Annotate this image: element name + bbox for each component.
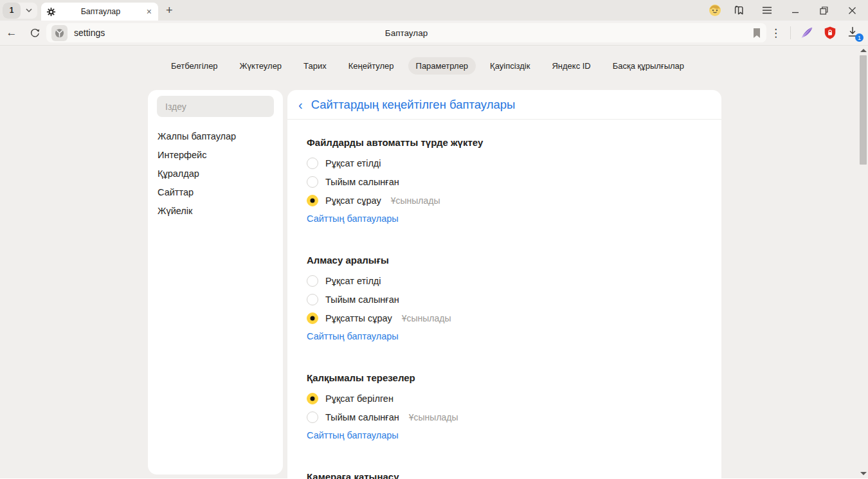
tab-title: Баптаулар — [56, 7, 145, 16]
page-actions-kebab-button[interactable]: ⋮ — [770, 26, 781, 40]
titlebar: 1 Баптаула — [0, 0, 868, 21]
scroll-down-arrow-icon[interactable] — [860, 472, 867, 475]
chevron-down-icon — [26, 8, 32, 12]
radio-option[interactable]: Рұқсат сұрау Ұсынылады — [307, 191, 702, 210]
section-title: Қалқымалы терезелер — [307, 372, 702, 383]
radio-icon-selected[interactable] — [307, 393, 318, 404]
section-title: Камераға қатынасу — [307, 471, 702, 479]
url-field[interactable]: settings Баптаулар — [46, 23, 766, 42]
minimize-icon — [791, 6, 799, 14]
tab-list-chevron-button[interactable] — [21, 8, 37, 12]
window-restore-button[interactable] — [813, 1, 835, 19]
radio-option[interactable]: Тыйым салынған — [307, 172, 702, 191]
page-scrollbar[interactable] — [858, 46, 868, 478]
section-popups: Қалқымалы терезелер Рұқсат берілген Тыйы… — [307, 372, 702, 441]
browser-menu-button[interactable] — [756, 1, 778, 19]
bookmark-button[interactable] — [752, 28, 761, 39]
new-tab-button[interactable]: + — [166, 4, 173, 17]
site-settings-link[interactable]: Сайттың баптаулары — [307, 430, 399, 440]
radio-icon[interactable] — [307, 411, 318, 423]
radio-icon-selected[interactable] — [307, 195, 318, 206]
tab-other-devices[interactable]: Басқа құрылғылар — [605, 57, 692, 75]
radio-option[interactable]: Рұқсат етілді — [307, 271, 702, 290]
radio-option[interactable]: Рұқсат етілді — [307, 154, 702, 172]
url-text: settings — [74, 28, 105, 38]
back-chevron-icon[interactable]: ‹ — [298, 98, 303, 111]
search-input[interactable] — [157, 96, 274, 117]
close-icon — [848, 6, 856, 15]
tab-close-button[interactable]: × — [145, 6, 153, 17]
settings-sidebar: Жалпы баптаулар Интерфейс Құралдар Сайтт… — [148, 90, 283, 474]
radio-icon[interactable] — [307, 176, 318, 188]
settings-content: ‹ Сайттардың кеңейтілген баптаулары Файл… — [287, 90, 721, 479]
address-bar: ← settings Баптаулар ⋮ — [0, 21, 868, 46]
radio-label: Тыйым салынған — [325, 177, 399, 187]
radio-label: Тыйым салынған — [325, 412, 399, 422]
tab-settings[interactable]: Параметрлер — [408, 57, 476, 75]
reload-button[interactable] — [23, 28, 46, 39]
recommended-badge: Ұсынылады — [402, 313, 451, 323]
tab-counter[interactable]: 1 — [3, 3, 21, 19]
radio-label: Тыйым салынған — [325, 294, 399, 305]
tabs-overview-button[interactable] — [728, 1, 750, 19]
collections-icon — [733, 5, 745, 16]
tab-security[interactable]: Қауіпсіздік — [482, 57, 538, 75]
back-button[interactable]: ← — [0, 26, 23, 39]
site-settings-link[interactable]: Сайттың баптаулары — [307, 213, 399, 224]
reload-icon — [30, 28, 41, 39]
section-title: Файлдарды автоматты түрде жүктеу — [307, 137, 702, 148]
radio-label: Рұқсат етілді — [325, 276, 381, 286]
radio-label: Рұқсат сұрау — [325, 195, 381, 206]
section-camera-access: Камераға қатынасу ov9734_azurewave_camer… — [307, 471, 702, 479]
toolbar-divider — [790, 26, 791, 39]
browser-tab-settings[interactable]: Баптаулар × — [41, 3, 158, 21]
sidebar-item-system[interactable]: Жүйелік — [157, 201, 274, 220]
window-minimize-button[interactable] — [784, 1, 806, 19]
sidebar-item-general[interactable]: Жалпы баптаулар — [157, 127, 274, 145]
radio-option[interactable]: Тыйым салынған Ұсынылады — [307, 408, 702, 426]
sidebar-item-tools[interactable]: Құралдар — [157, 164, 274, 183]
avatar[interactable] — [709, 4, 721, 17]
radio-icon[interactable] — [307, 158, 318, 169]
hamburger-icon — [762, 6, 772, 14]
tab-extensions[interactable]: Кеңейтулер — [341, 57, 402, 75]
section-auto-download: Файлдарды автоматты түрде жүктеу Рұқсат … — [307, 137, 702, 224]
tab-history[interactable]: Тарих — [296, 57, 334, 75]
radio-label: Рұқсатты сұрау — [325, 313, 392, 323]
section-title: Алмасу аралығы — [307, 255, 702, 266]
page-title: Сайттардың кеңейтілген баптаулары — [311, 98, 516, 112]
tab-counter-group[interactable]: 1 — [3, 3, 37, 19]
protect-shield-icon[interactable] — [823, 26, 837, 40]
radio-option[interactable]: Рұқсатты сұрау Ұсынылады — [307, 309, 702, 327]
sidebar-item-interface[interactable]: Интерфейс — [157, 145, 274, 164]
bookmark-icon — [752, 28, 761, 39]
neuro-feather-icon[interactable] — [800, 26, 814, 40]
content-header[interactable]: ‹ Сайттардың кеңейтілген баптаулары — [287, 90, 721, 120]
section-clipboard: Алмасу аралығы Рұқсат етілді Тыйым салын… — [307, 255, 702, 342]
radio-icon[interactable] — [307, 294, 318, 305]
tab-yandex-id[interactable]: Яндекс ID — [544, 57, 598, 75]
sidebar-item-sites[interactable]: Сайттар — [157, 183, 274, 201]
gear-icon — [46, 7, 56, 17]
site-settings-link[interactable]: Сайттың баптаулары — [307, 331, 399, 341]
scroll-up-arrow-icon[interactable] — [860, 49, 867, 52]
radio-option[interactable]: Тыйым салынған — [307, 290, 702, 309]
radio-option[interactable]: Рұқсат берілген — [307, 389, 702, 408]
site-badge[interactable] — [51, 25, 68, 41]
scrollbar-thumb[interactable] — [860, 55, 867, 165]
tab-bookmarks[interactable]: Бетбелгілер — [163, 57, 226, 75]
radio-label: Рұқсат етілді — [325, 158, 381, 168]
window-close-button[interactable] — [841, 1, 863, 19]
address-page-title: Баптаулар — [46, 28, 766, 38]
restore-icon — [820, 6, 828, 15]
radio-icon-selected[interactable] — [307, 312, 318, 324]
tab-downloads[interactable]: Жүктеулер — [232, 57, 290, 75]
downloads-button[interactable]: 1 — [846, 26, 860, 40]
settings-nav-tabs: Бетбелгілер Жүктеулер Тарих Кеңейтулер П… — [0, 57, 855, 75]
recommended-badge: Ұсынылады — [409, 412, 458, 422]
recommended-badge: Ұсынылады — [391, 195, 440, 206]
radio-label: Рұқсат берілген — [325, 393, 393, 404]
radio-icon[interactable] — [307, 275, 318, 287]
download-count-badge: 1 — [855, 33, 863, 42]
yandex-browser-icon — [55, 28, 64, 38]
